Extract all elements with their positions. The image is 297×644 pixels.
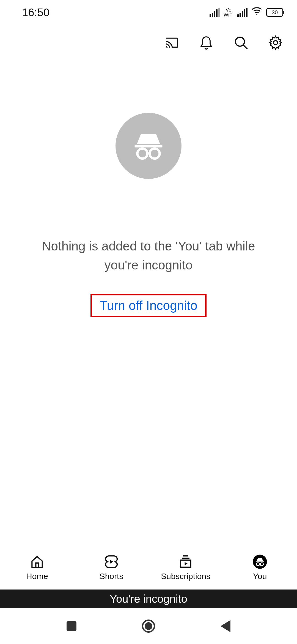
empty-state-text: Nothing is added to the 'You' tab while … (25, 237, 272, 275)
turn-off-incognito-button[interactable]: Turn off Incognito (100, 298, 197, 313)
svg-rect-4 (135, 145, 163, 147)
cast-icon[interactable] (164, 35, 179, 50)
incognito-icon (252, 554, 268, 569)
vowifi-top: Vo (226, 7, 231, 12)
tab-subscriptions-label: Subscriptions (161, 572, 210, 581)
signal-bars-1-icon (210, 8, 220, 17)
app-header (0, 25, 297, 61)
incognito-avatar (116, 113, 182, 179)
main-content: Nothing is added to the 'You' tab while … (0, 61, 297, 545)
notifications-icon[interactable] (199, 35, 214, 50)
tab-home-label: Home (26, 572, 48, 581)
svg-point-1 (235, 37, 244, 46)
tab-subscriptions[interactable]: Subscriptions (148, 545, 223, 590)
recents-button[interactable] (65, 619, 78, 633)
status-right: Vo WiFi 30 (210, 6, 283, 19)
home-icon (29, 554, 45, 569)
subscriptions-icon (178, 554, 193, 569)
home-button[interactable] (142, 619, 155, 633)
svg-rect-15 (259, 564, 261, 564)
svg-point-0 (256, 13, 257, 15)
status-time: 16:50 (22, 6, 50, 19)
bottom-nav: Home Shorts Subscriptions You (0, 545, 297, 590)
svg-point-6 (150, 149, 160, 159)
svg-rect-7 (147, 152, 150, 154)
tab-shorts[interactable]: Shorts (74, 545, 148, 590)
svg-point-3 (274, 41, 278, 45)
tab-you[interactable]: You (223, 545, 297, 590)
svg-line-2 (243, 45, 247, 49)
shorts-icon (104, 554, 119, 569)
battery-indicator: 30 (266, 8, 283, 17)
settings-gear-icon[interactable] (268, 35, 283, 50)
vowifi-indicator: Vo WiFi (224, 7, 233, 17)
vowifi-bottom: WiFi (224, 12, 233, 17)
turn-off-incognito-highlight: Turn off Incognito (90, 294, 206, 317)
signal-bars-2-icon (237, 8, 248, 17)
wifi-icon (251, 6, 262, 19)
search-icon[interactable] (233, 35, 249, 50)
status-bar: 16:50 Vo WiFi 30 (0, 0, 297, 25)
back-button[interactable] (219, 619, 232, 633)
system-nav (0, 608, 297, 644)
tab-you-label: You (253, 572, 267, 581)
battery-percent: 30 (272, 9, 278, 16)
incognito-banner: You're incognito (0, 590, 297, 608)
tab-shorts-label: Shorts (100, 572, 123, 581)
svg-point-5 (137, 149, 147, 159)
svg-rect-12 (256, 561, 264, 562)
tab-home[interactable]: Home (0, 545, 74, 590)
